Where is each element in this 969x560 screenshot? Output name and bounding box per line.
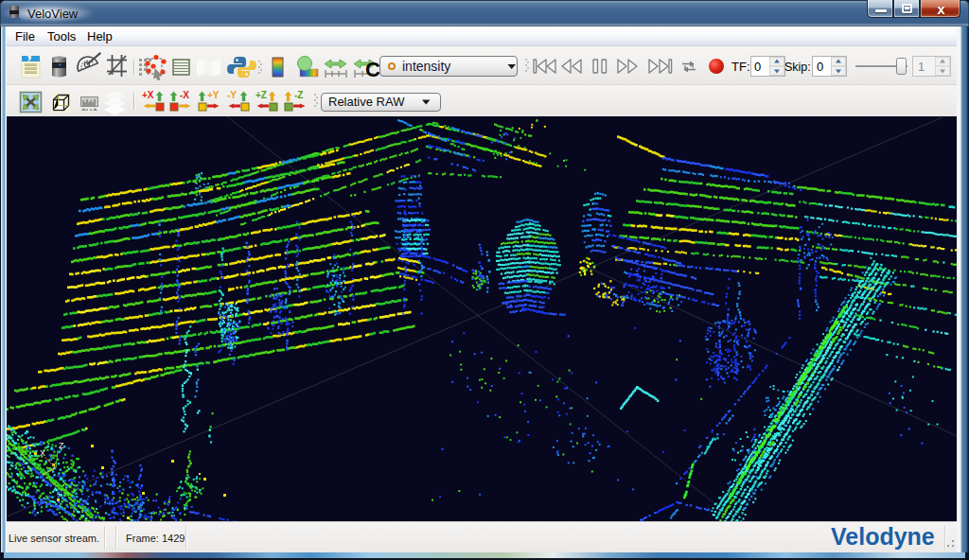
svg-text:TF:: TF: xyxy=(731,60,750,74)
svg-text:C: C xyxy=(365,58,380,81)
svg-text:0: 0 xyxy=(754,60,761,74)
svg-text:-X: -X xyxy=(180,90,189,100)
svg-text:+Z: +Z xyxy=(255,90,267,100)
svg-text:-Z: -Z xyxy=(294,90,303,100)
svg-text:+Y: +Y xyxy=(207,90,220,100)
svg-text:intensity: intensity xyxy=(402,59,450,74)
svg-text:-Y: -Y xyxy=(227,90,237,100)
svg-text:+X: +X xyxy=(142,90,154,100)
svg-text:1: 1 xyxy=(918,60,925,74)
svg-text:Skip:: Skip: xyxy=(784,61,811,74)
svg-text:0: 0 xyxy=(817,60,823,74)
svg-text:Relative RAW: Relative RAW xyxy=(328,95,405,109)
